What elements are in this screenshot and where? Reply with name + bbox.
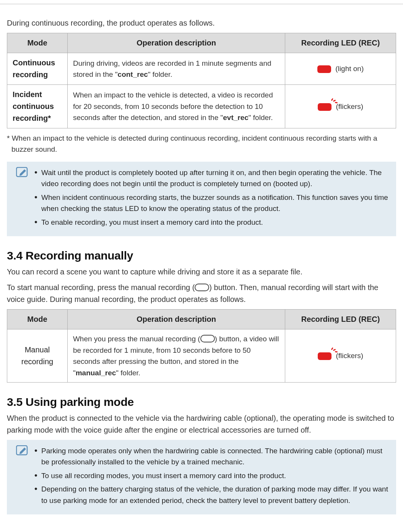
led-status: (light on): [285, 53, 396, 85]
led-label: (light on): [335, 65, 364, 73]
rec-button-icon: [195, 284, 209, 291]
note-item: Parking mode operates only when the hard…: [34, 445, 388, 468]
note-icon: [16, 167, 29, 182]
note-item: Wait until the product is completely boo…: [34, 167, 388, 190]
footnote: * When an impact to the vehicle is detec…: [7, 133, 396, 155]
led-icon: [317, 65, 331, 73]
mode-name: Manual recording: [7, 329, 68, 383]
mode-desc: When you press the manual recording () b…: [67, 329, 285, 383]
table-row: Continuous recording During driving, vid…: [7, 53, 396, 85]
table-row: Manual recording When you press the manu…: [7, 329, 396, 383]
note-box: Wait until the product is completely boo…: [7, 162, 396, 236]
body-text: You can record a scene you want to captu…: [7, 266, 396, 278]
continuous-recording-table: Mode Operation description Recording LED…: [7, 33, 396, 128]
section-heading-3-4: 3.4 Recording manually: [7, 249, 396, 262]
table-row: Incident continuous recording* When an i…: [7, 85, 396, 128]
col-desc: Operation description: [67, 33, 285, 53]
mode-name: Incident continuous recording*: [7, 85, 68, 128]
note-item: To use all recording modes, you must ins…: [34, 470, 388, 481]
col-led: Recording LED (REC): [285, 33, 396, 53]
led-status: (flickers): [285, 85, 396, 128]
led-label: (flickers): [336, 102, 363, 110]
body-text: When the product is connected to the veh…: [7, 412, 396, 436]
col-led: Recording LED (REC): [285, 310, 396, 329]
body-text: To start manual recording, press the man…: [7, 282, 396, 305]
led-status: (flickers): [285, 329, 396, 383]
manual-recording-table: Mode Operation description Recording LED…: [7, 309, 396, 383]
mode-desc: During driving, videos are recorded in 1…: [67, 53, 285, 85]
mode-desc: When an impact to the vehicle is detecte…: [67, 85, 285, 128]
note-item: Depending on the battery charging status…: [34, 483, 388, 506]
col-desc: Operation description: [67, 310, 285, 329]
intro-text: During continuous recording, the product…: [7, 19, 396, 28]
mode-name: Continuous recording: [7, 53, 68, 85]
note-item: When incident continuous recording start…: [34, 192, 388, 214]
note-icon: [16, 445, 29, 460]
led-label: (flickers): [336, 352, 363, 360]
rec-button-icon: [200, 335, 215, 342]
led-icon: [318, 352, 332, 360]
section-heading-3-5: 3.5 Using parking mode: [7, 396, 396, 409]
note-box: Parking mode operates only when the hard…: [7, 440, 396, 514]
note-item: To enable recording, you must insert a m…: [34, 217, 388, 228]
col-mode: Mode: [7, 310, 68, 329]
col-mode: Mode: [7, 33, 68, 53]
led-icon: [318, 103, 332, 111]
